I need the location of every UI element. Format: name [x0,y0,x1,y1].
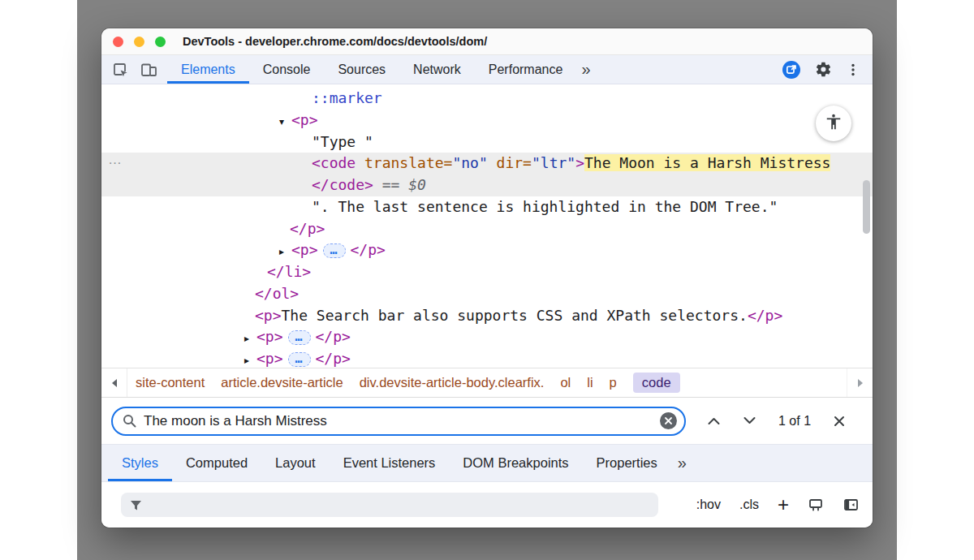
breadcrumb-item-div-devsite-article-body-clearfix[interactable]: div.devsite-article-body.clearfix. [360,375,545,390]
breadcrumb-item-p[interactable]: p [610,375,617,390]
close-search-button[interactable] [833,415,846,428]
inspect-cursor-icon[interactable] [112,62,128,78]
chevron-right-icon [858,379,863,387]
tab-elements[interactable]: Elements [167,55,249,84]
dom-token-tag: > [575,154,584,171]
dom-token-text: ". The last sentence is highlighted in t… [312,198,778,215]
disclosure-arrow-icon[interactable]: ▸ [244,350,256,368]
tab-properties[interactable]: Properties [583,445,671,481]
tab-computed[interactable]: Computed [172,445,261,481]
dom-token-tag: </p> [351,241,386,258]
expand-ellipsis-button[interactable]: … [323,243,346,258]
breadcrumb: site-contentarticle.devsite-articlediv.d… [127,373,847,393]
devtools-window: DevTools - developer.chrome.com/docs/dev… [101,28,873,528]
dom-token-tag: <p> [256,350,283,367]
sidebar-toggle-icon[interactable] [843,497,860,513]
dom-node-row[interactable]: ▸<p>…</p> [101,348,873,368]
dom-node-row[interactable]: <p>The Search bar also supports CSS and … [101,305,873,327]
breadcrumb-item-li[interactable]: li [587,375,593,390]
toolbar-tabs: ElementsConsoleSourcesNetworkPerformance [167,55,576,84]
dom-token-tag: </li> [267,263,311,280]
dom-token-val: "no" [452,154,487,171]
breadcrumb-item-site-content[interactable]: site-content [136,375,205,390]
chevron-up-icon[interactable] [707,416,721,425]
dom-token-attr: translate= [356,154,452,171]
disclosure-arrow-icon[interactable]: ▸ [244,328,256,350]
breadcrumb-scroll-right-button[interactable] [847,368,873,397]
accessibility-person-icon [825,113,843,134]
close-icon [664,416,673,425]
tab-dom-breakpoints[interactable]: DOM Breakpoints [449,445,582,481]
dom-token-text: "Type " [312,133,373,150]
dom-token-tag: </p> [316,350,351,367]
row-options-dots-icon[interactable]: … [108,149,123,171]
tab-sources[interactable]: Sources [324,55,399,84]
zoom-window-button[interactable] [155,37,166,47]
disclosure-arrow-icon[interactable]: ▾ [279,111,291,133]
dom-token-tag: <p> [291,111,318,128]
dom-node-row[interactable]: "Type " [101,131,873,153]
more-panels-button[interactable]: » [576,55,595,84]
dom-node-row[interactable]: ". The last sentence is highlighted in t… [101,196,873,218]
dom-node-row[interactable]: </code> == $0 [101,174,873,196]
dom-token-tag: <code [312,154,356,171]
breadcrumb-scroll-left-button[interactable] [101,368,127,397]
more-sidebar-tabs-button[interactable]: » [671,445,693,481]
funnel-filter-icon [129,498,143,512]
expand-ellipsis-button[interactable]: … [288,330,311,345]
element-classes-button[interactable]: .cls [739,498,759,512]
dom-node-row[interactable]: ▾<p> [101,110,873,131]
breadcrumb-item-ol[interactable]: ol [560,375,571,390]
breadcrumb-item-article-devsite-article[interactable]: article.devsite-article [221,375,343,390]
panel-tabs-list: StylesComputedLayoutEvent ListenersDOM B… [108,445,671,481]
dom-tree: ::marker▾<p>"Type "…<code translate="no"… [101,88,873,368]
styles-toolbar: :hov .cls + [101,482,873,528]
dom-node-row[interactable]: </p> [101,218,873,240]
tab-network[interactable]: Network [399,55,475,84]
monitor-icon[interactable] [808,497,824,513]
breadcrumb-item-code[interactable]: code [633,373,680,393]
minimize-window-button[interactable] [134,37,144,47]
styles-filter-field[interactable] [121,493,658,517]
styles-filter-input[interactable] [150,498,650,512]
scrollbar-thumb[interactable] [863,180,870,234]
search-input[interactable] [144,413,660,429]
breadcrumb-bar: site-contentarticle.devsite-articlediv.d… [101,368,873,397]
open-in-new-icon[interactable] [782,60,801,80]
search-box[interactable] [111,407,686,436]
device-toolbar-icon[interactable] [140,62,157,78]
dom-node-row[interactable]: ▸<p>…</p> [101,326,873,348]
tab-layout[interactable]: Layout [261,445,330,481]
dom-token-attr: dir= [488,154,532,171]
settings-gear-icon[interactable] [815,61,832,78]
dom-token-tag: <p> [291,241,318,258]
tab-console[interactable]: Console [249,55,325,84]
dom-token-tag: </p> [316,328,351,345]
clear-search-button[interactable] [660,412,677,429]
new-style-rule-button[interactable]: + [778,497,789,513]
tab-performance[interactable]: Performance [475,55,577,84]
disclosure-arrow-icon[interactable]: ▸ [279,241,291,263]
dom-node-row[interactable]: </li> [101,261,873,283]
dom-token-tag: </code> [312,176,373,193]
search-match-count: 1 of 1 [778,414,811,429]
dom-token-tag: <p> [256,328,283,345]
dom-node-row[interactable]: …<code translate="no" dir="ltr">The Moon… [101,153,873,174]
close-window-button[interactable] [113,37,123,47]
styles-toolbar-buttons: :hov .cls + [696,497,860,513]
chevron-down-icon[interactable] [743,416,756,425]
dom-token-tag: </p> [290,220,325,237]
dom-node-row[interactable]: ▸<p>…</p> [101,239,873,261]
dom-token-pseudo: ::marker [312,89,382,106]
dom-token-eq: == [373,176,408,193]
dom-node-row[interactable]: </ol> [101,283,873,305]
dom-node-row[interactable]: ::marker [101,88,873,110]
toggle-element-state-button[interactable]: :hov [696,498,721,512]
dom-tree-panel: ::marker▾<p>"Type "…<code translate="no"… [101,84,873,368]
tab-styles[interactable]: Styles [108,445,172,481]
kebab-menu-icon[interactable] [846,62,860,77]
tab-event-listeners[interactable]: Event Listeners [330,445,450,481]
accessibility-button[interactable] [816,106,851,141]
window-titlebar: DevTools - developer.chrome.com/docs/dev… [101,28,873,55]
expand-ellipsis-button[interactable]: … [288,352,311,367]
